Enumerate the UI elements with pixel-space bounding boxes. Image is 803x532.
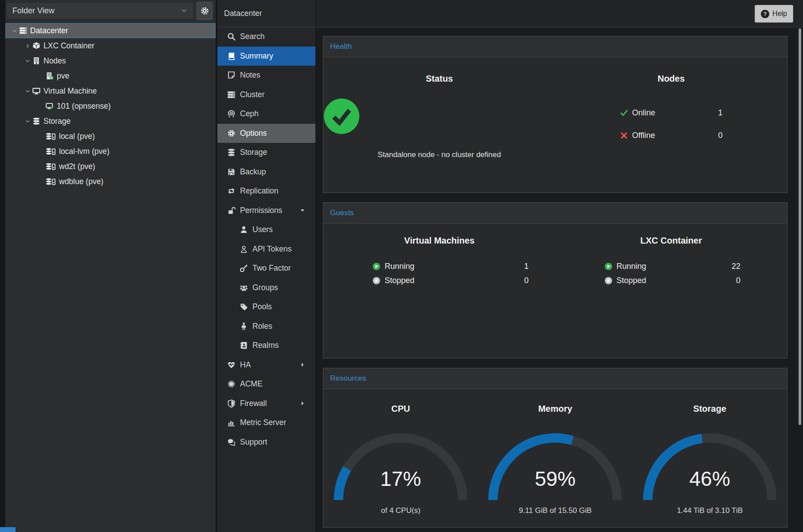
resources-panel: Resources CPU 17% of 4 CPU(s) <box>323 368 787 528</box>
person-icon <box>240 322 248 331</box>
menu-item-acme[interactable]: ACME <box>217 374 315 394</box>
menu-item-users[interactable]: Users <box>217 220 315 240</box>
server-icon <box>19 27 27 35</box>
status-heading: Status <box>323 72 555 85</box>
note-icon <box>227 71 236 79</box>
nodes-rows: Online 1 Offline 0 <box>620 105 723 143</box>
tree-item-pve[interactable]: pve <box>5 68 216 83</box>
badge-icon <box>227 380 236 388</box>
menu-item-two-factor[interactable]: Two Factor <box>217 259 315 278</box>
menu-item-ha[interactable]: HA <box>217 355 315 375</box>
menu-item-notes[interactable]: Notes <box>217 66 315 85</box>
lxc-running-row: Running 22 <box>604 259 741 273</box>
vm-running-value: 1 <box>524 262 528 271</box>
nodes-online-value: 1 <box>718 108 723 118</box>
menu-item-options[interactable]: Options <box>217 124 315 143</box>
resources-panel-body: CPU 17% of 4 CPU(s) Memory <box>323 389 787 527</box>
menu-item-label: Groups <box>252 283 278 292</box>
tree-caret-down-icon[interactable] <box>23 114 32 129</box>
menu-item-label: Support <box>240 437 267 447</box>
tree-caret-right-icon[interactable] <box>23 38 32 53</box>
resource-tree-panel: Folder View DatacenterLXC ContainerNodes… <box>5 0 216 532</box>
tree-caret-down-icon[interactable] <box>9 23 19 38</box>
view-mode-select[interactable]: Folder View <box>6 2 193 19</box>
help-button[interactable]: ? Help <box>755 5 793 23</box>
menu-item-summary[interactable]: Summary <box>217 47 315 66</box>
menu-item-groups[interactable]: Groups <box>217 278 315 298</box>
stop-circle-icon <box>372 276 381 285</box>
splitter-handle[interactable] <box>0 527 16 532</box>
tree-item-wdblue-pve[interactable]: wdblue (pve) <box>5 174 216 189</box>
menu-item-label: Notes <box>240 71 260 80</box>
expand-arrow-right-icon[interactable] <box>299 362 306 368</box>
tree-item-local-lvm-pve[interactable]: local-lvm (pve) <box>5 144 216 159</box>
users-icon <box>240 284 248 292</box>
key-icon <box>240 264 248 272</box>
lxc-heading: LXC Container <box>555 234 787 247</box>
nodes-online-label: Online <box>632 108 655 118</box>
vm-rows: Running 1 Stopped 0 <box>323 259 555 288</box>
menu-item-pools[interactable]: Pools <box>217 297 315 317</box>
nodes-online-row: Online 1 <box>620 105 723 120</box>
menu-item-label: Pools <box>252 302 272 311</box>
menu-item-realms[interactable]: Realms <box>217 336 315 355</box>
vertical-scrollbar[interactable] <box>798 28 802 532</box>
cluster-status-column: Status Standalone node - no cluster defi… <box>323 72 555 193</box>
scrollbar-thumb[interactable] <box>799 28 801 425</box>
cpu-gauge-column: CPU 17% of 4 CPU(s) <box>323 402 478 527</box>
book-icon <box>227 52 236 60</box>
tree-settings-button[interactable] <box>197 2 213 20</box>
menu-item-api-tokens[interactable]: API Tokens <box>217 240 315 259</box>
caret-spacer <box>36 129 46 144</box>
vm-stopped-row: Stopped 0 <box>372 273 529 288</box>
tree-caret-down-icon[interactable] <box>23 83 32 99</box>
storage-sub-label: 1.44 TiB of 3.10 TiB <box>633 506 787 516</box>
nodes-offline-label: Offline <box>632 131 655 140</box>
cluster-icon <box>227 91 236 99</box>
vm-running-row: Running 1 <box>372 259 529 273</box>
tree-item-local-pve[interactable]: local (pve) <box>5 129 216 144</box>
menu-item-label: Ceph <box>240 109 259 118</box>
nodes-column: Nodes Online 1 Offline 0 <box>555 72 787 193</box>
lxc-rows: Running 22 Stopped 0 <box>555 259 787 288</box>
guests-panel-header: Guests <box>323 203 787 224</box>
menu-item-metric-server[interactable]: Metric Server <box>217 413 315 433</box>
tree-caret-down-icon[interactable] <box>23 53 32 68</box>
tree-item-label: local-lvm (pve) <box>59 147 110 156</box>
tree-item-datacenter[interactable]: Datacenter <box>5 23 216 38</box>
tree-item-wd2t-pve[interactable]: wd2t (pve) <box>5 159 216 174</box>
menu-item-cluster[interactable]: Cluster <box>217 85 315 105</box>
health-panel-title: Health <box>323 42 352 51</box>
expand-arrow-down-icon[interactable] <box>299 207 306 213</box>
menu-item-search[interactable]: Search <box>217 27 315 47</box>
menu-item-label: API Tokens <box>252 244 291 254</box>
menu-item-support[interactable]: Support <box>217 433 315 452</box>
menu-item-storage[interactable]: Storage <box>217 143 315 162</box>
storage-entry-icon <box>46 177 56 185</box>
tree-item-lxc-container[interactable]: LXC Container <box>5 38 216 53</box>
caret-spacer <box>36 68 46 83</box>
menu-item-firewall[interactable]: Firewall <box>217 394 315 414</box>
expand-arrow-right-icon[interactable] <box>299 400 306 406</box>
tree-item-label: Nodes <box>43 56 66 66</box>
menu-item-replication[interactable]: Replication <box>217 181 315 201</box>
menu-item-ceph[interactable]: Ceph <box>217 104 315 124</box>
tree-item-virtual-machine[interactable]: Virtual Machine <box>5 83 216 99</box>
tree-item-101-opnsense[interactable]: 101 (opnsense) <box>5 99 216 114</box>
menu-item-permissions[interactable]: Permissions <box>217 201 315 221</box>
menu-item-label: Firewall <box>240 399 267 408</box>
datacenter-menu-panel: Datacenter SearchSummaryNotesClusterCeph… <box>217 0 315 532</box>
menu-item-roles[interactable]: Roles <box>217 317 315 336</box>
resources-panel-header: Resources <box>323 368 787 389</box>
cpu-sub-label: of 4 CPU(s) <box>323 506 478 516</box>
user-icon <box>240 225 248 234</box>
address-book-icon <box>240 341 248 350</box>
guests-panel-title: Guests <box>323 209 354 217</box>
lxc-stopped-label: Stopped <box>617 276 646 285</box>
play-circle-icon <box>372 262 381 271</box>
tree-item-storage[interactable]: Storage <box>5 114 216 129</box>
tree-item-nodes[interactable]: Nodes <box>5 53 216 68</box>
memory-percent: 59% <box>483 468 627 490</box>
tree-item-label: wd2t (pve) <box>59 162 95 171</box>
menu-item-backup[interactable]: Backup <box>217 162 315 182</box>
